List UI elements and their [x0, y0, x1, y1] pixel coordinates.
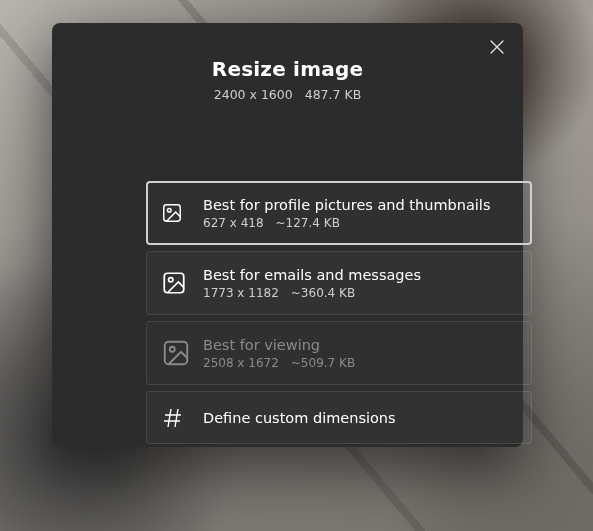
- current-dimensions: 2400 x 1600: [214, 87, 293, 102]
- option-title: Best for emails and messages: [203, 267, 421, 283]
- option-viewing[interactable]: Best for viewing 2508 x 1672~509.7 KB: [146, 321, 532, 385]
- svg-point-5: [170, 347, 175, 352]
- close-button[interactable]: [483, 33, 511, 61]
- option-title: Best for profile pictures and thumbnails: [203, 197, 490, 213]
- svg-rect-0: [164, 205, 181, 222]
- option-title: Define custom dimensions: [203, 410, 396, 426]
- hash-icon: [161, 406, 185, 430]
- current-filesize: 487.7 KB: [305, 87, 362, 102]
- option-emails-messages[interactable]: Best for emails and messages 1773 x 1182…: [146, 251, 532, 315]
- option-details: 1773 x 1182~360.4 KB: [203, 286, 421, 300]
- option-custom-dimensions[interactable]: Define custom dimensions: [146, 391, 532, 444]
- close-icon: [490, 40, 504, 54]
- image-icon: [161, 338, 191, 368]
- svg-point-3: [169, 278, 173, 282]
- option-title: Best for viewing: [203, 337, 355, 353]
- image-icon: [161, 202, 183, 224]
- svg-point-1: [167, 208, 171, 212]
- resize-image-dialog: Resize image 2400 x 1600487.7 KB Best fo…: [52, 23, 523, 447]
- option-details: 627 x 418~127.4 KB: [203, 216, 490, 230]
- option-profile-thumbnails[interactable]: Best for profile pictures and thumbnails…: [146, 181, 532, 245]
- dialog-subtitle: 2400 x 1600487.7 KB: [52, 87, 523, 102]
- svg-rect-4: [165, 342, 188, 365]
- resize-options-list: Best for profile pictures and thumbnails…: [146, 181, 532, 444]
- background-image: Resize image 2400 x 1600487.7 KB Best fo…: [0, 0, 593, 531]
- option-details: 2508 x 1672~509.7 KB: [203, 356, 355, 370]
- image-icon: [161, 270, 187, 296]
- dialog-title: Resize image: [52, 57, 523, 81]
- svg-rect-2: [164, 273, 184, 293]
